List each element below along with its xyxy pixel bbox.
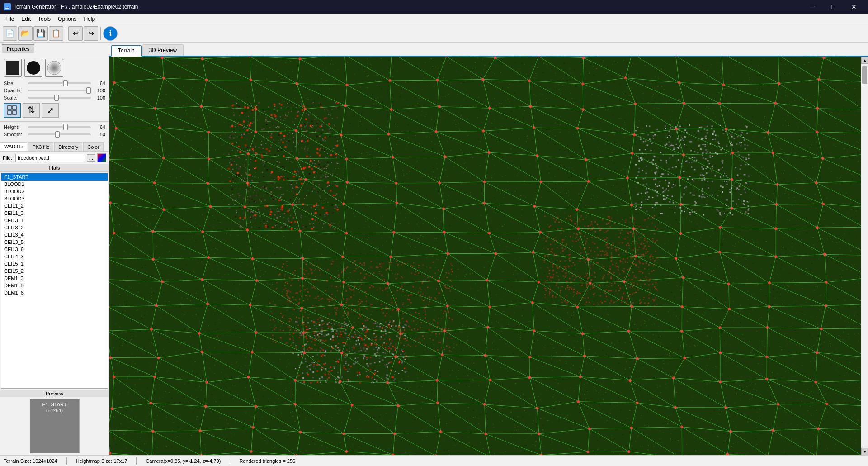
- height-smooth-section: Height: 64 Smooth: 50: [0, 122, 109, 142]
- content-tabs: Terrain 3D Preview: [109, 43, 868, 57]
- menu-help[interactable]: Help: [80, 15, 99, 23]
- title-bar: 🗻 Terrain Generator - F:\...ample02\Exam…: [0, 0, 868, 14]
- flat-list-item[interactable]: DEM1_5: [1, 282, 108, 289]
- new-button[interactable]: 📄: [3, 26, 17, 41]
- info-button[interactable]: ℹ: [103, 26, 118, 41]
- left-panel: Properties Size: 64 Opacit: [0, 43, 109, 455]
- scrollbar-track: [861, 64, 868, 448]
- tab-directory[interactable]: Directory: [54, 142, 82, 151]
- terrain-canvas-container[interactable]: ▲ ▼: [109, 57, 868, 455]
- flat-list-item[interactable]: CEIL3_4: [1, 231, 108, 238]
- file-input[interactable]: [15, 154, 85, 162]
- save-button[interactable]: 💾: [33, 26, 48, 41]
- svg-rect-2: [8, 111, 11, 114]
- opacity-label: Opacity:: [4, 88, 26, 93]
- smooth-label: Smooth:: [4, 132, 26, 137]
- main-layout: Properties Size: 64 Opacit: [0, 43, 868, 455]
- file-row: File: ...: [0, 152, 109, 164]
- height-thumb[interactable]: [63, 124, 68, 130]
- tab-terrain[interactable]: Terrain: [111, 45, 142, 57]
- status-triangles: Rendered triangles = 256: [239, 458, 295, 464]
- scale-track: [28, 97, 91, 99]
- file-label: File:: [3, 155, 14, 161]
- terrain-canvas[interactable]: [109, 57, 868, 455]
- flat-list-item[interactable]: CEIL3_6: [1, 246, 108, 253]
- minimize-button[interactable]: ─: [802, 0, 823, 14]
- opacity-slider-row: Opacity: 100: [4, 88, 105, 93]
- flat-list-item[interactable]: CEIL5_1: [1, 260, 108, 267]
- flats-list[interactable]: F1_STARTBLOOD1BLOOD2BLOOD3CEIL1_2CEIL1_3…: [1, 173, 108, 389]
- flat-list-item[interactable]: CEIL3_2: [1, 224, 108, 231]
- svg-rect-1: [13, 106, 16, 109]
- brush-square[interactable]: [4, 59, 22, 77]
- height-label: Height:: [4, 124, 26, 130]
- flat-list-item[interactable]: BLOOD3: [1, 195, 108, 202]
- size-thumb[interactable]: [63, 80, 68, 86]
- menu-options[interactable]: Options: [54, 15, 80, 23]
- tab-pk3-file[interactable]: PK3 file: [28, 142, 53, 151]
- svg-rect-3: [13, 111, 16, 114]
- flat-list-item[interactable]: F1_START: [1, 173, 108, 181]
- preview-box: F1_START (64x64): [30, 399, 80, 453]
- flat-list-item[interactable]: DEM1_3: [1, 275, 108, 282]
- save-as-button[interactable]: 📋: [49, 26, 63, 41]
- scale-slider-row: Scale: 100: [4, 95, 105, 100]
- size-track: [28, 82, 91, 84]
- title-bar-left: 🗻 Terrain Generator - F:\...ample02\Exam…: [4, 3, 138, 10]
- size-value: 64: [93, 81, 105, 86]
- brush-feather[interactable]: [45, 59, 63, 77]
- svg-text:⤢: ⤢: [47, 106, 54, 115]
- flat-list-item[interactable]: CEIL3_1: [1, 217, 108, 224]
- scale-thumb[interactable]: [54, 95, 59, 101]
- flat-list-item[interactable]: CEIL5_2: [1, 267, 108, 275]
- browse-button[interactable]: ...: [87, 154, 95, 162]
- smooth-thumb[interactable]: [55, 131, 60, 138]
- height-slider-row: Height: 64: [4, 124, 105, 130]
- window-title: Terrain Generator - F:\...ample02\Exampl…: [14, 4, 138, 10]
- svg-rect-0: [8, 106, 11, 109]
- height-value: 64: [93, 124, 105, 130]
- status-terrain-size: Terrain Size: 1024x1024: [4, 458, 57, 464]
- scroll-up-button[interactable]: ▲: [861, 57, 868, 64]
- brush-mode-arrows-ud[interactable]: ⇅: [23, 103, 40, 118]
- status-sep-3: [230, 457, 230, 465]
- scale-value: 100: [93, 95, 105, 100]
- brush-circle[interactable]: [24, 59, 42, 77]
- flat-list-item[interactable]: BLOOD2: [1, 188, 108, 195]
- title-bar-controls: ─ □ ✕: [802, 0, 864, 14]
- properties-tab-button[interactable]: Properties: [2, 44, 34, 53]
- status-sep-1: [66, 457, 67, 465]
- size-label: Size:: [4, 81, 26, 86]
- opacity-thumb[interactable]: [86, 87, 91, 94]
- brush-mode-expand[interactable]: ⤢: [42, 103, 59, 118]
- flat-list-item[interactable]: BLOOD1: [1, 181, 108, 188]
- preview-name: F1_START: [42, 401, 67, 408]
- flat-list-item[interactable]: CEIL1_3: [1, 209, 108, 217]
- flat-list-item[interactable]: CEIL3_5: [1, 238, 108, 246]
- flats-header: Flats: [0, 164, 109, 172]
- flat-list-item[interactable]: CEIL1_2: [1, 202, 108, 209]
- arrows-ud-icon: ⇅: [26, 105, 37, 116]
- redo-button[interactable]: ↪: [84, 26, 98, 41]
- menu-file[interactable]: File: [2, 15, 18, 23]
- tab-3d-preview[interactable]: 3D Preview: [142, 44, 184, 56]
- color-picker-button[interactable]: [97, 153, 106, 162]
- smooth-slider-row: Smooth: 50: [4, 132, 105, 137]
- menu-edit[interactable]: Edit: [18, 15, 34, 23]
- close-button[interactable]: ✕: [844, 0, 864, 14]
- smooth-track: [28, 133, 91, 135]
- brush-mode-grid[interactable]: [4, 103, 21, 118]
- tab-color[interactable]: Color: [83, 142, 103, 151]
- maximize-button[interactable]: □: [823, 0, 844, 14]
- menu-tools[interactable]: Tools: [34, 15, 54, 23]
- tab-wad-file[interactable]: WAD file: [0, 142, 27, 151]
- flat-list-item[interactable]: CEIL4_3: [1, 253, 108, 260]
- open-button[interactable]: 📂: [18, 26, 33, 41]
- flat-list-item[interactable]: DEM1_6: [1, 289, 108, 296]
- scroll-down-button[interactable]: ▼: [861, 448, 868, 455]
- scrollbar-thumb[interactable]: [862, 66, 867, 84]
- undo-button[interactable]: ↩: [68, 26, 83, 41]
- vertical-scrollbar[interactable]: ▲ ▼: [861, 57, 868, 455]
- toolbar-separator: [66, 27, 66, 40]
- scale-label: Scale:: [4, 95, 26, 100]
